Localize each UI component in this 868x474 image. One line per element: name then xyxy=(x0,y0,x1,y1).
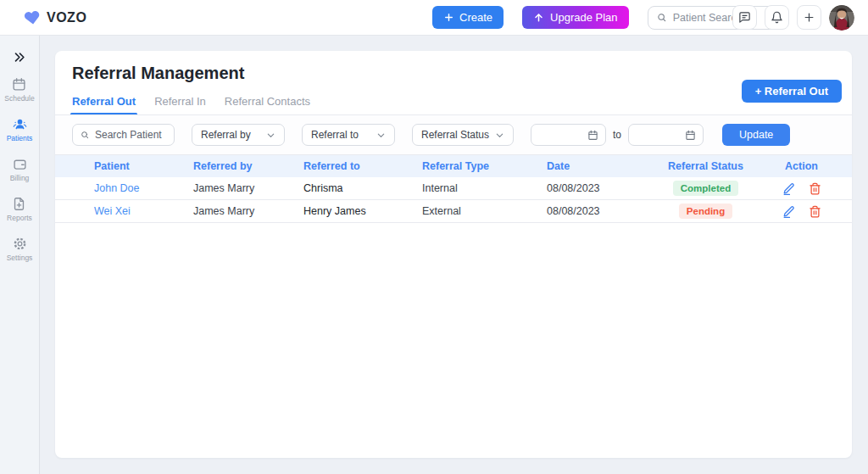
add-button[interactable] xyxy=(797,5,821,30)
upgrade-plan-button[interactable]: Upgrade Plan xyxy=(522,6,629,29)
status-badge: Pending xyxy=(679,204,732,219)
sidebar-item-settings[interactable]: Settings xyxy=(7,237,33,262)
filter-bar: Referral by Referral to Referral Status … xyxy=(55,115,852,155)
chevron-down-icon xyxy=(266,131,275,140)
filter-date-from[interactable] xyxy=(531,124,606,146)
search-icon xyxy=(81,130,89,140)
search-icon xyxy=(657,12,666,23)
filter-referral-status-value: Referral Status xyxy=(421,129,489,141)
delete-icon[interactable] xyxy=(809,205,821,218)
referred-to-cell: Chrisma xyxy=(303,182,422,194)
calendar-icon xyxy=(12,77,26,92)
header-divider xyxy=(55,114,852,115)
filter-search-patient xyxy=(72,124,175,146)
calendar-icon xyxy=(685,130,696,141)
delete-icon[interactable] xyxy=(809,182,821,195)
status-badge: Completed xyxy=(673,181,738,196)
plus-icon xyxy=(803,11,815,24)
notifications-button[interactable] xyxy=(765,5,789,30)
filter-referral-by-select[interactable]: Referral by xyxy=(192,124,285,146)
messages-button[interactable] xyxy=(732,5,757,30)
sidebar-item-patients[interactable]: Patients xyxy=(7,117,33,142)
update-button[interactable]: Update xyxy=(722,124,790,146)
user-avatar[interactable] xyxy=(829,5,854,31)
col-header-referred-by[interactable]: Referred by xyxy=(193,160,303,172)
wallet-icon xyxy=(13,157,27,171)
patient-name-link[interactable]: John Doe xyxy=(94,182,193,194)
tab-referral-contacts[interactable]: Referral Contacts xyxy=(225,95,310,115)
edit-icon[interactable] xyxy=(782,182,795,195)
sidebar-label-billing: Billing xyxy=(10,174,30,182)
file-plus-icon xyxy=(12,197,26,211)
sidebar-item-billing[interactable]: Billing xyxy=(10,157,30,182)
referred-by-cell: James Marry xyxy=(193,205,303,217)
date-range-to-label: to xyxy=(613,129,621,141)
sidebar: Schedule Patients Billing Reports Settin… xyxy=(0,36,40,474)
sidebar-item-schedule[interactable]: Schedule xyxy=(4,77,34,103)
sidebar-label-settings: Settings xyxy=(7,254,33,262)
sidebar-label-reports: Reports xyxy=(7,214,32,222)
card-header: Referral Management Referral Out Referra… xyxy=(55,51,852,115)
filter-referral-status-select[interactable]: Referral Status xyxy=(412,124,514,146)
referral-type-cell: Internal xyxy=(422,182,547,194)
new-referral-out-button[interactable]: + Referral Out xyxy=(742,80,842,103)
gear-icon xyxy=(13,237,27,251)
avatar-image xyxy=(829,5,854,31)
referred-to-cell: Henry James xyxy=(303,205,422,217)
bell-icon xyxy=(771,11,783,24)
double-chevron-right-icon xyxy=(14,51,26,64)
edit-icon[interactable] xyxy=(782,205,795,218)
date-cell: 08/08/2023 xyxy=(547,205,648,217)
filter-referral-by-value: Referral by xyxy=(201,129,251,141)
col-header-referral-status[interactable]: Referral Status xyxy=(648,160,763,172)
sidebar-label-patients: Patients xyxy=(7,134,33,142)
patients-icon xyxy=(13,117,27,131)
table-row: Wei Xei James Marry Henry James External… xyxy=(55,200,852,223)
chevron-down-icon xyxy=(376,131,386,140)
col-header-patient[interactable]: Patient xyxy=(94,160,193,172)
arrow-up-icon xyxy=(533,12,544,23)
action-cell xyxy=(763,205,840,218)
filter-date-to[interactable] xyxy=(628,124,704,146)
plus-icon xyxy=(443,12,454,23)
tab-referral-in[interactable]: Referral In xyxy=(154,95,206,115)
chat-icon xyxy=(738,11,751,24)
create-button[interactable]: Create xyxy=(432,6,504,29)
chevron-down-icon xyxy=(495,131,504,140)
date-cell: 08/08/2023 xyxy=(547,182,648,194)
action-cell xyxy=(763,182,840,195)
tab-bar: Referral Out Referral In Referral Contac… xyxy=(72,95,835,115)
table-header-row: Patient Referred by Referred to Referral… xyxy=(55,155,852,177)
referred-by-cell: James Marry xyxy=(193,182,303,194)
vozo-logo[interactable]: VOZO xyxy=(24,9,86,26)
page-title: Referral Management xyxy=(72,64,835,83)
logo-text: VOZO xyxy=(47,10,86,25)
patient-name-link[interactable]: Wei Xei xyxy=(94,205,193,217)
tab-referral-out[interactable]: Referral Out xyxy=(72,95,136,115)
col-header-date[interactable]: Date xyxy=(547,160,648,172)
calendar-icon xyxy=(587,130,598,141)
sidebar-expand-button[interactable] xyxy=(14,51,26,64)
sidebar-item-reports[interactable]: Reports xyxy=(7,197,32,222)
topbar: VOZO Create Upgrade Plan xyxy=(0,0,868,36)
col-header-action: Action xyxy=(763,160,840,172)
filter-referral-to-select[interactable]: Referral to xyxy=(302,124,395,146)
referral-type-cell: External xyxy=(422,205,547,217)
col-header-referral-type[interactable]: Referral Type xyxy=(422,160,547,172)
col-header-referred-to[interactable]: Referred to xyxy=(303,160,422,172)
referral-management-card: Referral Management Referral Out Referra… xyxy=(55,51,852,458)
upgrade-plan-label: Upgrade Plan xyxy=(550,11,618,24)
heart-logo-icon xyxy=(24,9,41,26)
filter-referral-to-value: Referral to xyxy=(311,129,359,141)
filter-search-patient-input[interactable] xyxy=(95,129,166,141)
sidebar-label-schedule: Schedule xyxy=(4,94,34,103)
table-row: John Doe James Marry Chrisma Internal 08… xyxy=(55,177,852,200)
create-button-label: Create xyxy=(459,11,492,24)
